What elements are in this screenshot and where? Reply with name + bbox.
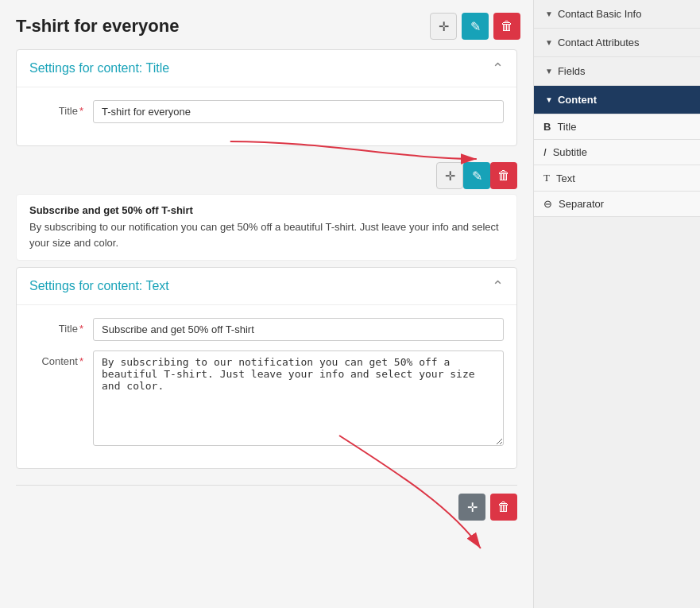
move-button[interactable]: ✛ xyxy=(430,13,457,40)
settings-panel-title: Settings for content: Title ⌃ Title* xyxy=(16,49,517,146)
settings-header-text: Settings for content: Text ⌃ xyxy=(17,268,516,305)
sidebar-content-subtitle-label: Subtitle xyxy=(553,146,587,158)
sidebar-content-title-label: Title xyxy=(557,121,576,133)
triangle-icon-4: ▼ xyxy=(545,95,553,104)
content-required-star: * xyxy=(79,355,83,367)
title-form-row: Title* xyxy=(29,100,504,123)
sidebar-item-content[interactable]: ▼ Content xyxy=(534,86,700,114)
text-title-input[interactable] xyxy=(93,318,504,341)
settings-body-text: Title* Content* By subscribing to our no… xyxy=(17,305,516,468)
text-content-form-row: Content* By subscribing to our notificat… xyxy=(29,350,504,446)
sidebar-item-fields[interactable]: ▼ Fields xyxy=(534,57,700,86)
sidebar-label-contact-basic-info: Contact Basic Info xyxy=(558,8,642,20)
sidebar-content-text-label: Text xyxy=(556,172,575,184)
separator-icon: ⊖ xyxy=(543,198,552,210)
top-action-bar: ✛ ✎ 🗑 xyxy=(430,13,520,40)
main-content: T-shirt for everyone ✛ ✎ 🗑 Settings for … xyxy=(0,0,533,608)
title-input[interactable] xyxy=(93,100,504,123)
delete-button[interactable]: 🗑 xyxy=(493,13,520,40)
sidebar-item-contact-basic-info[interactable]: ▼ Contact Basic Info xyxy=(534,0,700,29)
settings-body-title: Title* xyxy=(17,87,516,145)
sidebar-label-contact-attributes: Contact Attributes xyxy=(558,37,640,48)
preview-delete-button[interactable]: 🗑 xyxy=(490,162,517,189)
preview-text-content: Subscribe and get 50% off T-shirt By sub… xyxy=(16,194,517,261)
sidebar-content-separator-label: Separator xyxy=(559,198,604,210)
collapse-title-button[interactable]: ⌃ xyxy=(492,60,504,77)
bold-icon: B xyxy=(543,121,551,133)
sidebar: ▼ Contact Basic Info ▼ Contact Attribute… xyxy=(533,0,700,608)
triangle-icon-3: ▼ xyxy=(545,67,553,76)
sidebar-content-item-separator[interactable]: ⊖ Separator xyxy=(534,192,700,217)
sidebar-content-item-text[interactable]: T Text xyxy=(534,165,700,192)
sidebar-label-fields: Fields xyxy=(558,65,586,77)
settings-header-title: Settings for content: Title ⌃ xyxy=(17,50,516,87)
preview-block-title-text: Subscribe and get 50% off T-shirt xyxy=(29,204,504,216)
italic-icon: I xyxy=(543,146,547,158)
text-icon: T xyxy=(543,172,550,184)
edit-button[interactable]: ✎ xyxy=(462,13,489,40)
sidebar-item-contact-attributes[interactable]: ▼ Contact Attributes xyxy=(534,29,700,57)
bottom-delete-button[interactable]: 🗑 xyxy=(490,494,517,521)
preview-block-subscribe: ✛ ✎ 🗑 Subscribe and get 50% off T-shirt … xyxy=(16,162,517,261)
text-content-label: Content* xyxy=(29,350,93,367)
triangle-icon-2: ▼ xyxy=(545,38,553,47)
sidebar-content-item-title[interactable]: B Title xyxy=(534,114,700,140)
settings-panel-title-label: Settings for content: Title xyxy=(29,61,169,76)
preview-block-body-text: By subscribing to our notification you c… xyxy=(29,219,504,250)
text-content-textarea[interactable]: By subscribing to our notification you c… xyxy=(93,350,504,446)
triangle-icon: ▼ xyxy=(545,10,553,18)
bottom-action-bar: ✛ 🗑 xyxy=(16,485,517,529)
text-title-form-row: Title* xyxy=(29,318,504,341)
bottom-add-button[interactable]: ✛ xyxy=(458,494,485,521)
sidebar-content-item-subtitle[interactable]: I Subtitle xyxy=(534,140,700,165)
collapse-text-button[interactable]: ⌃ xyxy=(492,277,504,295)
preview-edit-button[interactable]: ✎ xyxy=(463,162,490,189)
title-label: Title* xyxy=(29,100,93,117)
settings-panel-text-label: Settings for content: Text xyxy=(29,279,169,293)
text-title-label: Title* xyxy=(29,318,93,335)
preview-block-actions: ✛ ✎ 🗑 xyxy=(16,162,517,189)
sidebar-label-content: Content xyxy=(558,94,597,106)
text-required-star: * xyxy=(79,323,83,335)
preview-move-button[interactable]: ✛ xyxy=(436,162,463,189)
required-star: * xyxy=(79,105,83,117)
settings-panel-text: Settings for content: Text ⌃ Title* Cont… xyxy=(16,267,517,469)
